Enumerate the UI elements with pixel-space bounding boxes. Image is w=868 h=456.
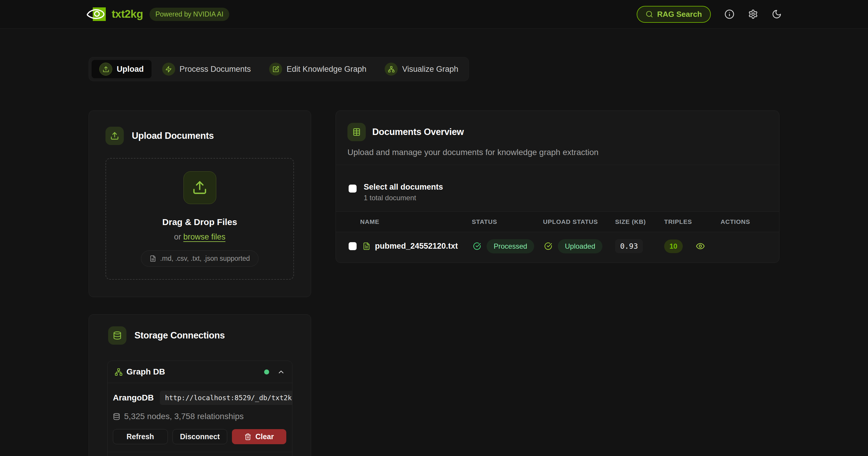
powered-badge: Powered by NVIDIA AI	[150, 8, 229, 21]
database-icon	[113, 413, 120, 420]
graph-db-status-dot	[264, 369, 269, 374]
database-icon	[108, 326, 126, 345]
file-icon	[363, 242, 370, 250]
document-name: pubmed_24552120.txt	[375, 241, 458, 251]
dropzone-subtitle: or browse files	[174, 232, 225, 241]
tab-process-documents-label: Process Documents	[180, 65, 251, 74]
theme-toggle-button[interactable]	[772, 9, 782, 19]
column-upload-status: UPLOAD STATUS	[543, 218, 615, 225]
column-name: NAME	[348, 218, 472, 225]
settings-button[interactable]	[748, 9, 758, 19]
table-icon	[347, 123, 366, 141]
documents-overview-card: Documents Overview Upload and manage you…	[336, 110, 779, 263]
triples-badge: 10	[664, 239, 683, 253]
chevron-up-icon[interactable]	[277, 368, 285, 376]
refresh-label: Refresh	[126, 432, 154, 441]
view-tabbar: Upload Process Documents Edit Knowledge …	[89, 57, 469, 81]
graph-db-stats-text: 5,325 nodes, 3,758 relationships	[124, 412, 244, 421]
graph-db-title: Graph DB	[126, 367, 165, 377]
divider	[336, 165, 779, 165]
tab-edit-knowledge-graph-label: Edit Knowledge Graph	[286, 65, 366, 74]
app-title: txt2kg	[112, 8, 143, 21]
size-value: 0.93	[615, 239, 643, 253]
documents-table-header: NAME STATUS UPLOAD STATUS SIZE (KB) TRIP…	[336, 211, 779, 232]
disconnect-label: Disconnect	[180, 432, 220, 441]
header-actions: RAG Search	[637, 6, 782, 23]
tab-visualize-graph[interactable]: Visualize Graph	[377, 60, 466, 78]
table-row: pubmed_24552120.txt Processed Uploaded 0…	[336, 232, 779, 260]
tab-edit-knowledge-graph[interactable]: Edit Knowledge Graph	[261, 60, 374, 78]
refresh-button[interactable]: Refresh	[113, 429, 168, 444]
tab-upload[interactable]: Upload	[92, 60, 152, 78]
upload-documents-card: Upload Documents Drag & Drop Files or br…	[89, 110, 311, 297]
zap-icon	[162, 63, 175, 75]
check-circle-icon	[473, 242, 481, 250]
status-badge: Processed	[487, 239, 534, 253]
search-icon	[646, 10, 653, 18]
upload-icon	[183, 171, 216, 204]
eye-icon	[696, 241, 705, 251]
app-header: txt2kg Powered by NVIDIA AI RAG Search	[0, 0, 868, 29]
total-documents-label: 1 total document	[364, 194, 443, 202]
column-actions: ACTIONS	[720, 218, 767, 225]
column-status: STATUS	[472, 218, 543, 225]
vector-db-header[interactable]: Vector DB	[107, 452, 292, 456]
upload-icon	[105, 127, 124, 145]
rag-search-label: RAG Search	[657, 10, 702, 19]
column-triples: TRIPLES	[664, 218, 720, 225]
graph-icon	[385, 63, 398, 75]
tab-upload-label: Upload	[117, 65, 144, 74]
db-connections-panel: Graph DB ArangoDB http://localhost:8529/…	[107, 361, 292, 456]
graph-db-provider: ArangoDB	[113, 393, 154, 402]
clear-button[interactable]: Clear	[232, 429, 286, 444]
moon-icon	[772, 9, 782, 19]
trash-icon	[244, 433, 251, 441]
dropzone-or-text: or	[174, 232, 183, 241]
documents-card-title: Documents Overview	[372, 127, 464, 137]
disconnect-button[interactable]: Disconnect	[173, 429, 227, 444]
info-icon	[724, 9, 735, 19]
select-all-checkbox[interactable]	[349, 185, 356, 193]
check-circle-icon	[544, 242, 552, 250]
supported-formats-pill: .md, .csv, .txt, .json supported	[141, 251, 258, 267]
graph-icon	[115, 368, 123, 376]
graph-db-header[interactable]: Graph DB	[107, 361, 292, 383]
graph-db-details: ArangoDB http://localhost:8529/_db/txt2k…	[107, 383, 292, 452]
dropzone-title: Drag & Drop Files	[162, 217, 237, 227]
select-all-label: Select all documents	[364, 183, 443, 192]
nvidia-logo	[86, 7, 106, 21]
upload-icon	[99, 63, 112, 75]
tab-process-documents[interactable]: Process Documents	[155, 60, 259, 78]
documents-card-subtitle: Upload and manage your documents for kno…	[347, 148, 767, 157]
edit-icon	[269, 63, 282, 75]
upload-status-badge: Uploaded	[558, 239, 602, 253]
storage-card-title: Storage Connections	[134, 330, 225, 341]
tab-visualize-graph-label: Visualize Graph	[402, 65, 458, 74]
file-dropzone[interactable]: Drag & Drop Files or browse files .md, .…	[105, 158, 294, 280]
upload-card-title: Upload Documents	[132, 131, 214, 141]
view-document-button[interactable]	[696, 241, 705, 251]
info-button[interactable]	[724, 9, 735, 19]
browse-files-link[interactable]: browse files	[183, 232, 225, 241]
gear-icon	[748, 9, 758, 19]
row-checkbox[interactable]	[349, 242, 356, 250]
rag-search-button[interactable]: RAG Search	[637, 6, 711, 23]
graph-db-stats: 5,325 nodes, 3,758 relationships	[113, 412, 286, 421]
supported-formats-label: .md, .csv, .txt, .json supported	[160, 255, 250, 263]
file-icon	[150, 255, 156, 262]
storage-connections-card: Storage Connections Graph DB	[89, 314, 311, 456]
graph-db-url: http://localhost:8529/_db/txt2kg	[160, 391, 292, 405]
column-size: SIZE (KB)	[615, 218, 664, 225]
clear-label: Clear	[255, 432, 274, 441]
